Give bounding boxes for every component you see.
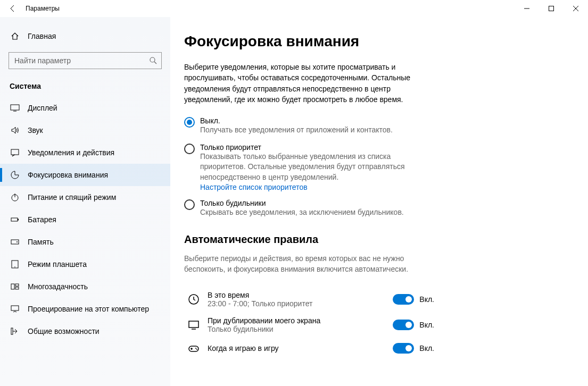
radio-priority[interactable]: Только приоритет Показывать только выбра… xyxy=(184,143,434,191)
category-label: Система xyxy=(0,78,170,97)
svg-rect-0 xyxy=(549,6,554,11)
radio-alarms[interactable]: Только будильники Скрывать все уведомлен… xyxy=(184,199,434,218)
sidebar: Главная Система Дисплей Звук Уведомления… xyxy=(0,17,170,386)
svg-rect-18 xyxy=(189,346,198,351)
focus-icon xyxy=(10,170,20,180)
window-title: Параметры xyxy=(26,5,60,12)
search-wrap xyxy=(9,52,162,69)
rule-subtitle: 23:00 - 7:00; Только приоритет xyxy=(208,299,393,308)
home-button[interactable]: Главная xyxy=(0,27,170,46)
sidebar-item-label: Дисплей xyxy=(28,104,57,112)
svg-rect-6 xyxy=(18,219,19,221)
sidebar-item-label: Питание и спящий режим xyxy=(28,193,116,202)
radio-circle-icon xyxy=(184,117,195,128)
maximize-button[interactable] xyxy=(539,0,564,17)
rule-game[interactable]: Когда я играю в игру Вкл. xyxy=(184,338,434,359)
sidebar-item-label: Режим планшета xyxy=(28,260,87,268)
sidebar-item-focus[interactable]: Фокусировка внимания xyxy=(0,164,170,186)
rules-heading: Автоматические правила xyxy=(184,233,567,246)
toggle-duplicate[interactable] xyxy=(393,320,414,330)
projecting-icon xyxy=(10,304,20,314)
window-controls xyxy=(515,0,588,17)
display-icon xyxy=(10,103,20,113)
svg-rect-11 xyxy=(11,284,14,289)
toggle-state-label: Вкл. xyxy=(419,344,434,353)
sidebar-item-sound[interactable]: Звук xyxy=(0,119,170,141)
radio-description: Получать все уведомления от приложений и… xyxy=(200,125,393,136)
rule-subtitle: Только будильники xyxy=(208,325,393,333)
sidebar-item-label: Многозадачность xyxy=(28,282,88,291)
storage-icon xyxy=(10,237,20,247)
rules-description: Выберите периоды и действия, во время ко… xyxy=(184,253,434,275)
back-button[interactable] xyxy=(0,0,26,17)
priority-list-link[interactable]: Настройте список приоритетов xyxy=(200,183,434,191)
home-icon xyxy=(10,32,20,40)
sidebar-item-display[interactable]: Дисплей xyxy=(0,97,170,119)
content-area: Фокусировка внимания Выберите уведомлени… xyxy=(170,17,588,386)
svg-point-10 xyxy=(14,266,15,267)
sidebar-item-notifications[interactable]: Уведомления и действия xyxy=(0,141,170,164)
sidebar-item-projecting[interactable]: Проецирование на этот компьютер xyxy=(0,298,170,320)
rule-duplicate-display[interactable]: При дублировании моего экрана Только буд… xyxy=(184,312,434,338)
radio-label: Только приоритет xyxy=(200,143,434,152)
svg-rect-13 xyxy=(15,287,19,289)
sidebar-item-storage[interactable]: Память xyxy=(0,231,170,253)
titlebar: Параметры xyxy=(0,0,588,17)
sidebar-item-label: Память xyxy=(28,238,54,246)
notifications-icon xyxy=(10,148,20,157)
sidebar-item-label: Уведомления и действия xyxy=(28,148,114,157)
tablet-icon xyxy=(10,259,20,269)
sidebar-item-label: Батарея xyxy=(28,215,56,224)
svg-point-19 xyxy=(195,348,196,349)
radio-off[interactable]: Выкл. Получать все уведомления от прилож… xyxy=(184,116,434,136)
radio-label: Только будильники xyxy=(200,199,404,207)
radio-circle-icon xyxy=(184,199,195,210)
search-input[interactable] xyxy=(9,52,162,69)
svg-point-8 xyxy=(16,241,18,242)
radio-description: Показывать только выбранные уведомления … xyxy=(200,152,434,183)
rule-time[interactable]: В это время 23:00 - 7:00; Только приорит… xyxy=(184,287,434,312)
sidebar-item-label: Общие возможности xyxy=(28,327,100,335)
svg-rect-14 xyxy=(11,306,19,311)
multitask-icon xyxy=(10,282,20,291)
rule-title: Когда я играю в игру xyxy=(208,344,393,353)
sidebar-item-label: Звук xyxy=(28,126,43,135)
svg-point-20 xyxy=(196,349,197,350)
svg-rect-5 xyxy=(11,218,18,221)
svg-rect-3 xyxy=(11,149,19,155)
search-icon xyxy=(149,56,158,65)
sidebar-item-shared[interactable]: Общие возможности xyxy=(0,320,170,342)
toggle-state-label: Вкл. xyxy=(419,295,434,304)
monitor-icon xyxy=(184,318,203,331)
page-heading: Фокусировка внимания xyxy=(184,33,567,50)
svg-rect-15 xyxy=(11,328,13,334)
radio-label: Выкл. xyxy=(200,116,393,125)
toggle-game[interactable] xyxy=(393,343,414,354)
rule-title: В это время xyxy=(208,291,393,299)
sidebar-item-multitask[interactable]: Многозадачность xyxy=(0,275,170,298)
radio-description: Скрывать все уведомления, за исключением… xyxy=(200,207,404,218)
sidebar-item-battery[interactable]: Батарея xyxy=(0,208,170,231)
focus-mode-radio-group: Выкл. Получать все уведомления от прилож… xyxy=(184,116,567,217)
toggle-time[interactable] xyxy=(393,294,414,305)
svg-rect-17 xyxy=(189,321,198,328)
power-icon xyxy=(10,192,20,202)
sound-icon xyxy=(10,125,20,135)
page-description: Выберите уведомления, которые вы хотите … xyxy=(184,62,434,105)
sidebar-item-tablet[interactable]: Режим планшета xyxy=(0,253,170,275)
close-button[interactable] xyxy=(564,0,588,17)
rule-title: При дублировании моего экрана xyxy=(208,316,393,325)
radio-circle-icon xyxy=(184,144,195,154)
svg-rect-12 xyxy=(15,284,19,286)
svg-rect-2 xyxy=(11,105,19,110)
minimize-button[interactable] xyxy=(515,0,539,17)
home-label: Главная xyxy=(28,32,56,40)
sidebar-item-label: Проецирование на этот компьютер xyxy=(28,305,149,313)
sidebar-item-label: Фокусировка внимания xyxy=(28,171,108,179)
shared-icon xyxy=(10,326,20,336)
svg-point-1 xyxy=(150,57,155,62)
sidebar-item-power[interactable]: Питание и спящий режим xyxy=(0,186,170,208)
battery-icon xyxy=(10,215,20,224)
gamepad-icon xyxy=(184,342,203,355)
clock-icon xyxy=(184,293,203,306)
